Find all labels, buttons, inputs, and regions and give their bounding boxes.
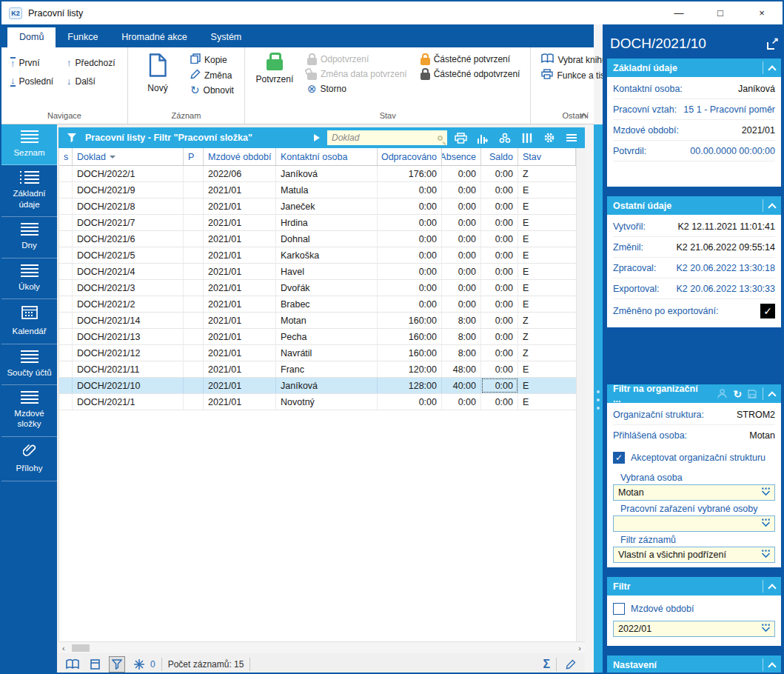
- cell[interactable]: Z: [518, 345, 585, 361]
- cell[interactable]: 2022/06: [204, 166, 276, 181]
- cell[interactable]: 0:00: [481, 264, 518, 279]
- vertical-scrollbar[interactable]: [576, 148, 585, 641]
- cell[interactable]: DOCH/2021/3: [73, 280, 184, 296]
- sidebar-item-z-kladn-daje[interactable]: Základní údaje: [1, 165, 57, 217]
- cell[interactable]: DOCH/2021/10: [73, 378, 184, 393]
- column-header-saldo[interactable]: Saldo: [481, 148, 518, 165]
- cell[interactable]: [184, 313, 204, 328]
- cell[interactable]: [59, 361, 73, 377]
- freeze-icon[interactable]: [131, 656, 147, 673]
- column-header-mzdov-obdob[interactable]: Mzdové období: [204, 148, 276, 165]
- cell[interactable]: E: [518, 296, 585, 312]
- collapse-icon[interactable]: [768, 391, 776, 399]
- ribbon-item-potvrzen[interactable]: Potvrzení: [252, 50, 297, 84]
- cell[interactable]: 0:00: [378, 198, 442, 214]
- cell[interactable]: 0:00: [481, 345, 518, 361]
- cell[interactable]: [184, 329, 204, 344]
- combo-pracovn-za-azen-vybran-osoby[interactable]: [613, 515, 775, 532]
- unchecked-checkbox[interactable]: [613, 603, 625, 615]
- cell[interactable]: DOCH/2021/5: [73, 247, 184, 263]
- sidebar-item-seznam[interactable]: Seznam: [1, 124, 57, 165]
- cell[interactable]: [59, 378, 73, 393]
- cell[interactable]: [59, 394, 73, 410]
- cell[interactable]: DOCH/2021/4: [73, 264, 184, 279]
- collapse-icon[interactable]: [768, 584, 776, 592]
- cell[interactable]: DOCH/2021/11: [73, 361, 184, 377]
- cell[interactable]: 0:00: [442, 215, 481, 230]
- cell[interactable]: [59, 198, 73, 214]
- cell[interactable]: 2021/01: [204, 378, 276, 393]
- minimize-button[interactable]: —: [658, 1, 700, 24]
- maximize-button[interactable]: □: [700, 1, 741, 24]
- dropdown-icon[interactable]: [760, 487, 771, 498]
- ribbon-collapse-button[interactable]: [581, 111, 586, 119]
- column-header-absence[interactable]: Absence: [442, 148, 481, 165]
- tab-dom[interactable]: Domů: [7, 27, 56, 47]
- cell[interactable]: 0:00: [442, 264, 481, 279]
- combo-filtr-z-znam[interactable]: Vlastní a všichni podřízení: [613, 547, 775, 563]
- cell[interactable]: 0:00: [481, 313, 518, 328]
- cell[interactable]: 0:00: [481, 361, 518, 377]
- table-row[interactable]: DOCH/2021/12021/01Novotný0:000:000:00E: [59, 394, 585, 410]
- cell[interactable]: 0:00: [442, 231, 481, 247]
- cell[interactable]: 128:00: [378, 378, 442, 393]
- table-row[interactable]: DOCH/2021/52021/01Karkoška0:000:000:00E: [59, 247, 585, 264]
- play-filter-icon[interactable]: [314, 134, 320, 141]
- book-view-icon[interactable]: [64, 656, 81, 673]
- column-header-doklad[interactable]: Doklad: [73, 148, 184, 165]
- sidebar-item-sou-ty-t[interactable]: Součty účtů: [1, 344, 57, 385]
- collapse-icon[interactable]: [768, 203, 776, 211]
- table-row[interactable]: DOCH/2021/92021/01Matula0:000:000:00E: [59, 182, 585, 198]
- cell[interactable]: E: [518, 231, 585, 247]
- table-row[interactable]: DOCH/2021/142021/01Motan160:008:000:00Z: [59, 313, 585, 329]
- cell[interactable]: 2021/01: [204, 329, 276, 344]
- cell[interactable]: 2021/01: [204, 215, 276, 230]
- cell[interactable]: 0:00: [481, 378, 518, 393]
- cell[interactable]: 120:00: [378, 361, 442, 377]
- cell[interactable]: 0:00: [481, 296, 518, 312]
- cell[interactable]: E: [518, 378, 585, 393]
- table-row[interactable]: DOCH/2021/82021/01Janeček0:000:000:00E: [59, 198, 585, 215]
- cell[interactable]: 0:00: [378, 296, 442, 312]
- ribbon-item-prvn[interactable]: ↑První: [7, 53, 64, 72]
- cell[interactable]: E: [518, 215, 585, 230]
- cell[interactable]: E: [518, 280, 585, 296]
- section-header[interactable]: Ostatní údaje: [607, 196, 781, 215]
- cell[interactable]: Karkoška: [276, 247, 378, 263]
- cell[interactable]: Havel: [276, 264, 378, 279]
- cell[interactable]: 0:00: [481, 394, 518, 410]
- open-in-window-icon[interactable]: ↗: [767, 39, 778, 50]
- cell[interactable]: 176:00: [378, 166, 442, 181]
- dropdown-icon[interactable]: [760, 550, 771, 561]
- ribbon-item-obnovit[interactable]: ↻Obnovit: [187, 83, 237, 97]
- print-icon[interactable]: [452, 130, 469, 146]
- cell[interactable]: 8:00: [442, 329, 481, 344]
- chart-icon[interactable]: [474, 130, 492, 146]
- cell[interactable]: Janeček: [276, 198, 378, 214]
- cell[interactable]: [184, 345, 204, 361]
- cell[interactable]: [59, 313, 73, 328]
- filter-funnel-icon[interactable]: [63, 130, 81, 146]
- cell[interactable]: 2021/01: [204, 182, 276, 198]
- cell[interactable]: DOCH/2021/9: [73, 182, 184, 198]
- columns-icon[interactable]: [518, 130, 536, 146]
- ribbon-item-posledn[interactable]: ↓Poslední: [7, 72, 64, 90]
- cell[interactable]: DOCH/2021/14: [73, 313, 184, 328]
- dropdown-icon[interactable]: [760, 518, 771, 530]
- sidebar-item-kalend[interactable]: Kalendář: [1, 299, 57, 344]
- cell[interactable]: E: [518, 198, 585, 214]
- collapse-icon[interactable]: [768, 65, 776, 73]
- combo-mzdove-obdobi[interactable]: 2022/01: [613, 621, 775, 637]
- cell[interactable]: 0:00: [481, 198, 518, 214]
- ribbon-item-vybrat-knihu[interactable]: Vybrat knihu: [538, 52, 612, 67]
- cell[interactable]: 0:00: [442, 247, 481, 263]
- cell[interactable]: Franc: [276, 361, 378, 377]
- jobs-icon[interactable]: [496, 130, 514, 146]
- table-row[interactable]: DOCH/2021/22021/01Brabec0:000:000:00E: [59, 296, 585, 313]
- scrollbar-thumb[interactable]: [72, 644, 90, 652]
- sidebar-item-p-lohy[interactable]: Přílohy: [1, 437, 57, 481]
- sum-icon[interactable]: Σ: [543, 658, 550, 671]
- cell[interactable]: [59, 280, 73, 296]
- cell[interactable]: DOCH/2021/13: [73, 329, 184, 344]
- section-header[interactable]: Filtr: [607, 577, 781, 595]
